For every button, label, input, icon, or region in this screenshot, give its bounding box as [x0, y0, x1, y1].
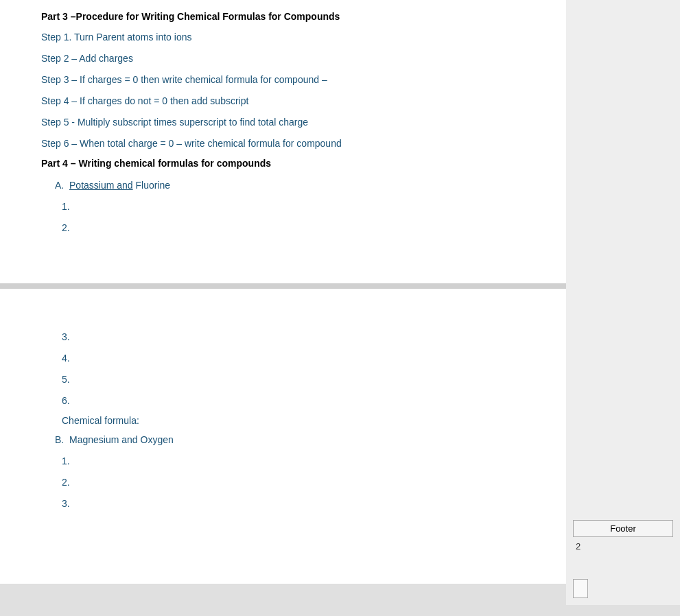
list-item-b3: 3. [62, 497, 525, 511]
page-divider [0, 283, 566, 289]
step6-line: Step 6 – When total charge = 0 – write c… [41, 137, 525, 151]
side-spacer-1 [573, 7, 673, 266]
list-item-5: 5. [62, 372, 525, 387]
step5-line: Step 5 - Multiply subscript times supers… [41, 115, 525, 130]
step1-line: Step 1. Turn Parent atoms into ions [41, 30, 525, 45]
sub-a-label: A. [55, 180, 69, 191]
sub-a-item: A. Potassium and Fluorine [55, 178, 525, 193]
step2-line: Step 2 – Add charges [41, 51, 525, 66]
list-item-b1: 1. [62, 454, 525, 469]
side-panel-inner: Footer 2 [566, 0, 680, 605]
list-item-3: 3. [62, 330, 525, 344]
document-wrapper: Part 3 –Procedure for Writing Chemical F… [0, 0, 680, 605]
list-item-1: 1. [62, 200, 525, 214]
page2-side-rect [573, 579, 588, 598]
side-spacer-2 [573, 552, 673, 565]
chemical-formula-label: Chemical formula: [62, 415, 525, 426]
page-1: Part 3 –Procedure for Writing Chemical F… [0, 0, 566, 283]
step4-line: Step 4 – If charges do not = 0 then add … [41, 94, 525, 108]
part3-heading: Part 3 –Procedure for Writing Chemical F… [41, 11, 525, 22]
part4-heading: Part 4 – Writing chemical formulas for c… [41, 158, 525, 169]
list-item-2: 2. [62, 221, 525, 235]
page-2: 3. 4. 5. 6. Chemical formula: B. Magnesi… [0, 289, 566, 584]
sub-b-label: B. [55, 434, 69, 445]
page-number-1: 2 [573, 541, 673, 552]
list-item-4: 4. [62, 351, 525, 366]
sub-a-text2: Fluorine [133, 180, 170, 191]
list-item-b2: 2. [62, 475, 525, 490]
sub-b-item: B. Magnesium and Oxygen [55, 433, 525, 447]
sub-b-text: Magnesium and Oxygen [69, 434, 174, 445]
sub-a-text1: Potassium and [69, 180, 133, 191]
list-item-6: 6. [62, 394, 525, 408]
side-panel: Footer 2 [566, 0, 680, 605]
content-column: Part 3 –Procedure for Writing Chemical F… [0, 0, 566, 605]
step3-line: Step 3 – If charges = 0 then write chemi… [41, 73, 525, 87]
footer-button[interactable]: Footer [573, 520, 673, 537]
